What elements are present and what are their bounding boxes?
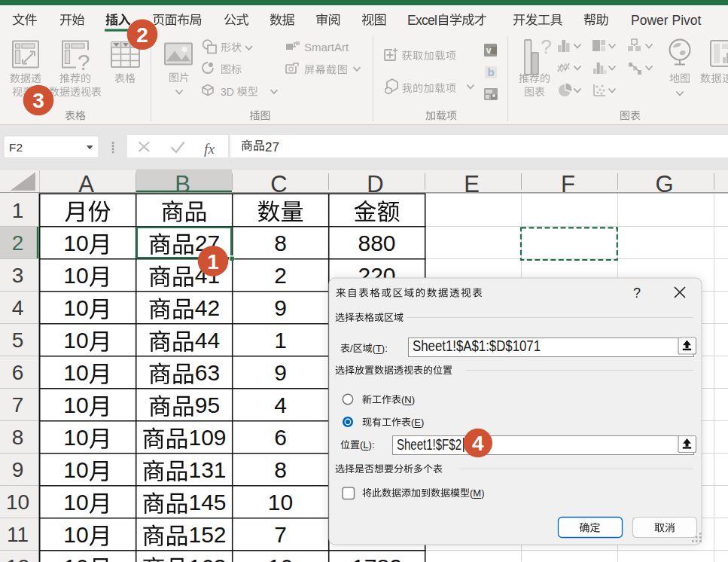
svg-text:109: 109 <box>189 425 227 450</box>
svg-text:9: 9 <box>274 295 287 320</box>
svg-text:10: 10 <box>63 295 88 320</box>
svg-text:6: 6 <box>274 425 287 450</box>
svg-text:?: ? <box>633 286 641 301</box>
svg-text:9: 9 <box>12 458 24 481</box>
svg-text:(M): (M) <box>470 487 485 499</box>
svg-text:(N): (N) <box>401 394 415 405</box>
svg-text:42: 42 <box>195 295 220 320</box>
svg-text:8: 8 <box>274 231 287 255</box>
svg-text:Sheet1!$F$2: Sheet1!$F$2 <box>397 435 461 453</box>
svg-text:1782: 1782 <box>352 554 402 562</box>
svg-text:1: 1 <box>274 328 287 353</box>
svg-text:95: 95 <box>195 392 220 417</box>
svg-text:(E): (E) <box>411 417 424 428</box>
svg-text:11: 11 <box>7 523 29 546</box>
svg-text:3D: 3D <box>221 86 237 98</box>
svg-text:/: / <box>350 343 353 354</box>
svg-text:63: 63 <box>195 360 220 385</box>
svg-text:10: 10 <box>63 360 88 385</box>
svg-text:2: 2 <box>12 231 24 255</box>
svg-text:10: 10 <box>63 263 88 288</box>
svg-text:10: 10 <box>63 554 88 562</box>
svg-text:10: 10 <box>63 392 88 417</box>
svg-text:fx: fx <box>204 141 215 157</box>
svg-text:5: 5 <box>12 328 24 352</box>
svg-text:10: 10 <box>63 231 88 255</box>
svg-text:9: 9 <box>274 360 287 385</box>
svg-text:2: 2 <box>274 263 287 288</box>
svg-text:(L):: (L): <box>360 439 375 451</box>
svg-text:v: v <box>486 45 492 56</box>
svg-text:8: 8 <box>274 457 287 482</box>
svg-text:(T):: (T): <box>373 343 388 354</box>
svg-text:10: 10 <box>63 425 88 450</box>
svg-text:880: 880 <box>358 231 395 255</box>
svg-text:27: 27 <box>265 140 279 154</box>
svg-text:10: 10 <box>268 490 293 515</box>
svg-text:4: 4 <box>12 296 24 319</box>
svg-text:4: 4 <box>472 432 484 455</box>
svg-text:163: 163 <box>189 554 227 562</box>
svg-text:10: 10 <box>6 490 29 514</box>
svg-text:6: 6 <box>12 361 24 384</box>
svg-text:Power Pivot: Power Pivot <box>631 13 702 28</box>
svg-text:4: 4 <box>274 392 287 417</box>
svg-text:b: b <box>487 66 494 78</box>
svg-text:?: ? <box>541 35 551 58</box>
svg-text:12: 12 <box>6 555 29 562</box>
svg-text:?: ? <box>78 50 90 75</box>
svg-text:44: 44 <box>195 328 220 353</box>
svg-text:7: 7 <box>274 522 287 547</box>
svg-text:131: 131 <box>189 457 227 482</box>
svg-text:1: 1 <box>207 250 219 273</box>
svg-text:Sheet1!$A$1:$D$1071: Sheet1!$A$1:$D$1071 <box>413 337 541 354</box>
svg-text:F2: F2 <box>9 141 23 154</box>
svg-text:2: 2 <box>136 23 148 47</box>
svg-text:SmartArt: SmartArt <box>304 41 349 53</box>
svg-text:10: 10 <box>63 490 88 515</box>
svg-text:145: 145 <box>189 490 227 515</box>
svg-text:10: 10 <box>63 522 88 547</box>
svg-text:10: 10 <box>63 457 88 482</box>
svg-text:3: 3 <box>12 264 24 287</box>
svg-text:3: 3 <box>32 89 44 112</box>
svg-text:Excel: Excel <box>407 13 437 28</box>
svg-text:7: 7 <box>12 393 24 417</box>
svg-text:1: 1 <box>12 199 24 222</box>
svg-text:10: 10 <box>63 328 88 353</box>
svg-text:10: 10 <box>268 554 293 562</box>
svg-text:152: 152 <box>189 522 227 547</box>
svg-text:8: 8 <box>12 426 24 449</box>
